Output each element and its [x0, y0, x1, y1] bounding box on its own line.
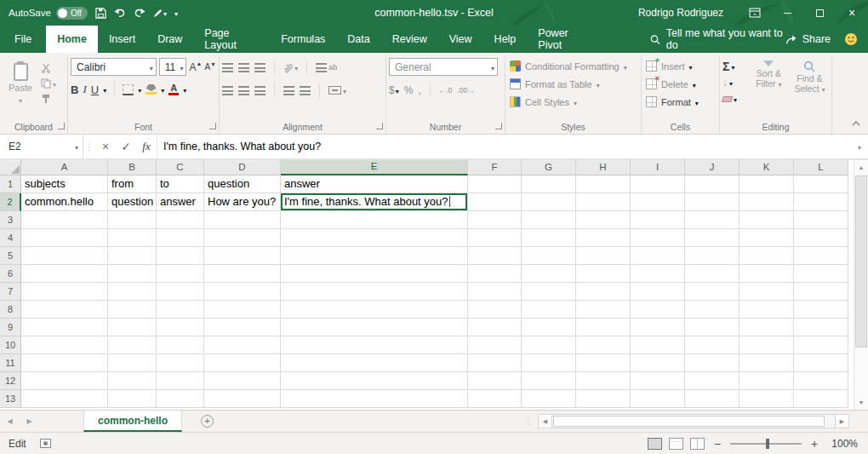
- increase-decimal-button[interactable]: ←.0: [439, 86, 453, 95]
- cell-I3[interactable]: [631, 211, 685, 229]
- cell-L12[interactable]: [794, 372, 848, 390]
- new-sheet-button[interactable]: +: [201, 411, 214, 432]
- font-color-dropdown-icon[interactable]: [183, 83, 186, 95]
- cell-J2[interactable]: [685, 193, 740, 211]
- tab-power-pivot[interactable]: Power Pivot: [527, 26, 601, 53]
- cell-K10[interactable]: [740, 336, 794, 354]
- cell-H6[interactable]: [576, 265, 631, 283]
- cell-A4[interactable]: [21, 229, 108, 247]
- cell-I2[interactable]: [631, 193, 685, 211]
- scroll-up-button[interactable]: ▲: [854, 160, 868, 175]
- cell-C13[interactable]: [157, 390, 204, 408]
- close-button[interactable]: ×: [836, 0, 868, 26]
- view-normal-button[interactable]: [648, 438, 662, 450]
- cell-A10[interactable]: [21, 336, 108, 354]
- cell-F1[interactable]: [468, 175, 522, 193]
- cell-E2[interactable]: I'm fine, thanks. What about you?: [281, 193, 468, 211]
- cell-L4[interactable]: [794, 229, 848, 247]
- tab-data[interactable]: Data: [336, 26, 380, 53]
- cell-C5[interactable]: [157, 247, 204, 265]
- cell-I11[interactable]: [631, 354, 685, 372]
- cell-E7[interactable]: [281, 283, 468, 301]
- row-header-5[interactable]: 5: [0, 247, 21, 265]
- format-painter-button[interactable]: [41, 93, 56, 105]
- cell-C11[interactable]: [157, 354, 204, 372]
- comma-style-button[interactable]: ,: [418, 84, 420, 96]
- column-header-C[interactable]: C: [157, 160, 204, 175]
- cell-L2[interactable]: [794, 193, 848, 211]
- cell-F7[interactable]: [468, 283, 522, 301]
- cell-E3[interactable]: [281, 211, 468, 229]
- cell-I12[interactable]: [631, 372, 685, 390]
- tab-draw[interactable]: Draw: [146, 26, 193, 53]
- cell-J13[interactable]: [685, 390, 740, 408]
- alignment-dialog-launcher[interactable]: [376, 123, 383, 129]
- vertical-scrollbar[interactable]: ▲ ▼: [854, 160, 868, 410]
- cell-E10[interactable]: [281, 336, 468, 354]
- share-button[interactable]: Share: [785, 26, 831, 53]
- cell-E12[interactable]: [281, 372, 468, 390]
- enter-button[interactable]: ✓: [116, 135, 136, 158]
- cell-G4[interactable]: [522, 229, 576, 247]
- cell-D7[interactable]: [204, 283, 281, 301]
- cell-B11[interactable]: [108, 354, 157, 372]
- orientation-button[interactable]: ab: [283, 61, 298, 73]
- cell-F6[interactable]: [468, 265, 522, 283]
- macro-record-button[interactable]: [40, 439, 51, 448]
- cell-C12[interactable]: [157, 372, 204, 390]
- view-page-layout-button[interactable]: [669, 438, 683, 450]
- cell-G2[interactable]: [522, 193, 576, 211]
- cell-A1[interactable]: subjects: [21, 175, 108, 193]
- cell-J3[interactable]: [685, 211, 740, 229]
- cell-C1[interactable]: to: [157, 175, 204, 193]
- cell-F2[interactable]: [468, 193, 522, 211]
- cell-J9[interactable]: [685, 319, 740, 336]
- cell-J7[interactable]: [685, 283, 740, 301]
- cell-E4[interactable]: [281, 229, 468, 247]
- scroll-down-button[interactable]: ▼: [854, 395, 868, 410]
- collapse-ribbon-button[interactable]: [852, 117, 860, 129]
- cell-D3[interactable]: [204, 211, 281, 229]
- cell-G1[interactable]: [522, 175, 576, 193]
- borders-dropdown-icon[interactable]: [138, 83, 141, 95]
- cell-C2[interactable]: answer: [157, 193, 204, 211]
- align-left-button[interactable]: [222, 86, 233, 95]
- delete-cells-button[interactable]: × Delete: [644, 75, 717, 93]
- cell-E9[interactable]: [281, 319, 468, 336]
- cell-K5[interactable]: [740, 247, 794, 265]
- cell-H11[interactable]: [576, 354, 631, 372]
- cell-B7[interactable]: [108, 283, 157, 301]
- cell-I5[interactable]: [631, 247, 685, 265]
- undo-button[interactable]: [114, 3, 126, 22]
- cell-B9[interactable]: [108, 319, 157, 336]
- user-name[interactable]: Rodrigo Rodriguez: [638, 7, 723, 19]
- conditional-formatting-button[interactable]: Conditional Formatting: [508, 57, 638, 75]
- cell-J1[interactable]: [685, 175, 740, 193]
- cell-L11[interactable]: [794, 354, 848, 372]
- tell-me-search[interactable]: Tell me what you want to do: [650, 26, 785, 53]
- column-header-I[interactable]: I: [631, 160, 685, 175]
- cell-E13[interactable]: [281, 390, 468, 408]
- row-header-10[interactable]: 10: [0, 336, 21, 354]
- cell-A11[interactable]: [21, 354, 108, 372]
- row-header-11[interactable]: 11: [0, 354, 21, 372]
- column-header-H[interactable]: H: [576, 160, 631, 175]
- underline-dropdown-icon[interactable]: [103, 83, 106, 95]
- cell-J8[interactable]: [685, 301, 740, 319]
- font-family-combo[interactable]: Calibri: [71, 58, 157, 76]
- cell-F8[interactable]: [468, 301, 522, 319]
- cell-L9[interactable]: [794, 319, 848, 336]
- cell-L7[interactable]: [794, 283, 848, 301]
- cell-A2[interactable]: common.hello: [21, 193, 108, 211]
- save-button[interactable]: [95, 3, 106, 22]
- cell-G13[interactable]: [522, 390, 576, 408]
- cell-H10[interactable]: [576, 336, 631, 354]
- cell-E1[interactable]: answer: [281, 175, 468, 193]
- format-as-table-button[interactable]: Format as Table: [508, 75, 638, 93]
- row-header-13[interactable]: 13: [0, 390, 21, 408]
- percent-style-button[interactable]: %: [404, 84, 414, 96]
- horizontal-scrollbar[interactable]: ◀ ▶: [538, 414, 849, 428]
- cell-D1[interactable]: question: [204, 175, 281, 193]
- cell-G6[interactable]: [522, 265, 576, 283]
- cell-D12[interactable]: [204, 372, 281, 390]
